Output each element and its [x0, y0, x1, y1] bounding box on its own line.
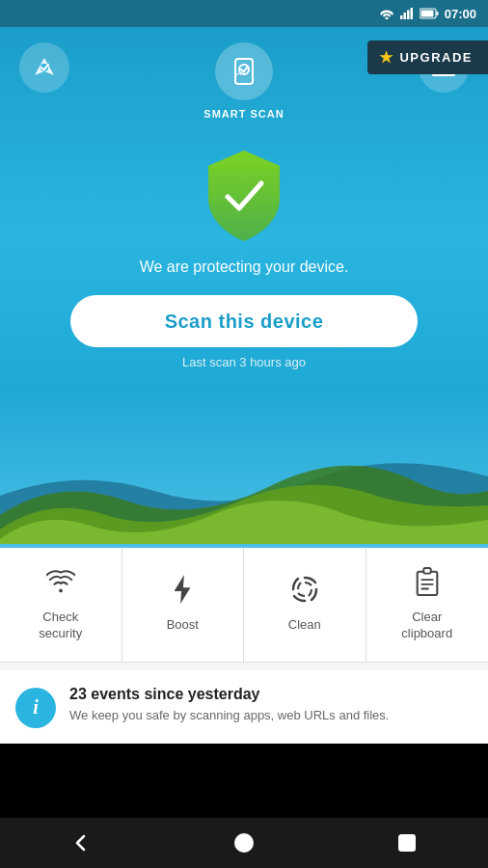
last-scan-text: Last scan 3 hours ago: [182, 355, 306, 369]
boost-label: Boost: [167, 617, 199, 634]
shield-icon: [201, 149, 287, 245]
events-description: We keep you safe by scanning apps, web U…: [69, 707, 389, 724]
recents-button[interactable]: [390, 826, 424, 860]
shield-area: We are protecting your device.: [0, 149, 488, 276]
back-button[interactable]: [64, 826, 98, 860]
smart-scan-button[interactable]: SMART SCAN: [203, 42, 284, 120]
bottom-nav-bar: [0, 818, 488, 868]
quick-actions-grid: Checksecurity Boost: [0, 548, 488, 663]
upgrade-badge[interactable]: ★ UPGRADE: [367, 41, 488, 74]
svg-rect-0: [400, 15, 403, 19]
smart-scan-label: SMART SCAN: [203, 108, 284, 120]
clean-button[interactable]: Clean: [244, 548, 366, 662]
svg-rect-14: [423, 568, 431, 574]
svg-rect-2: [407, 11, 410, 20]
bottom-area: Checksecurity Boost: [0, 548, 488, 744]
smart-scan-icon: [215, 42, 273, 100]
protect-text: We are protecting your device.: [140, 258, 349, 276]
boost-button[interactable]: Boost: [122, 548, 245, 662]
scan-button-area: Scan this device Last scan 3 hours ago: [0, 295, 488, 369]
clear-clipboard-label: Clearclipboard: [401, 610, 452, 642]
check-security-label: Checksecurity: [39, 610, 82, 642]
status-time: 07:00: [445, 7, 476, 21]
star-icon: ★: [379, 48, 393, 67]
wifi-icon: [46, 567, 75, 600]
battery-icon: [420, 8, 439, 19]
wifi-status-icon: [379, 8, 394, 19]
check-security-button[interactable]: Checksecurity: [0, 548, 122, 662]
clear-clipboard-button[interactable]: Clearclipboard: [366, 548, 489, 662]
avast-logo-button[interactable]: [19, 42, 69, 93]
svg-rect-3: [410, 8, 413, 19]
svg-point-18: [235, 834, 253, 852]
status-bar: 07:00: [0, 0, 488, 27]
hills-decoration: [0, 419, 488, 548]
signal-icon: [400, 8, 414, 19]
main-background: SMART SCAN ★ UPGRADE: [0, 27, 488, 548]
scan-button[interactable]: Scan this device: [70, 295, 418, 347]
events-card: i 23 events since yesterday We keep you …: [0, 670, 488, 744]
spin-icon: [290, 575, 319, 608]
svg-rect-19: [399, 835, 415, 851]
clean-label: Clean: [288, 617, 321, 634]
clipboard-icon: [413, 567, 442, 600]
events-title: 23 events since yesterday: [69, 686, 389, 703]
events-text-area: 23 events since yesterday We keep you sa…: [69, 686, 389, 724]
upgrade-label: UPGRADE: [399, 50, 473, 65]
home-button[interactable]: [227, 826, 261, 860]
svg-rect-5: [420, 11, 433, 17]
info-icon: i: [15, 688, 56, 728]
svg-rect-1: [403, 13, 406, 19]
bolt-icon: [168, 575, 197, 608]
svg-rect-6: [436, 12, 438, 15]
